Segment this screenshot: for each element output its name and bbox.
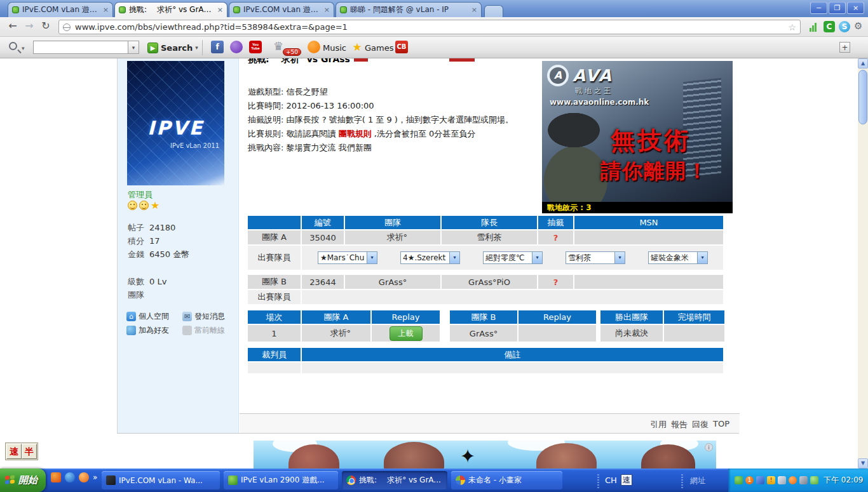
draw-instruction-line: 抽籤說明: 由隊長按 ? 號抽數字( 1 至 9 )，抽到數字大者選陣型或開場。 [248, 114, 513, 126]
scrollbar-thumb[interactable] [858, 70, 867, 124]
referee-row-empty [248, 362, 723, 373]
profile-space-link[interactable]: ⌂ 個人空間 [126, 311, 169, 322]
bookmark-star-icon[interactable]: ☆ [788, 22, 796, 32]
team-a-draw-link[interactable]: ? [538, 230, 573, 244]
player-select-2[interactable]: 4★.Szerekt▾ [400, 251, 460, 264]
avatar-caption: IPvE vLan 2011 [170, 142, 219, 149]
forward-button[interactable]: → [22, 20, 37, 32]
team-b-draw-link[interactable]: ? [538, 275, 573, 289]
search-history-dropdown[interactable]: ▾ [128, 41, 139, 54]
top-link[interactable]: TOP [713, 419, 729, 430]
player-select-5[interactable]: 罐裝金象米▾ [648, 251, 708, 264]
globe-icon [63, 23, 71, 31]
task-button-3-active[interactable]: 挑戰: ゞ求祈° vs GrA... [342, 471, 447, 489]
player-select-3[interactable]: 絕對零度℃▾ [483, 251, 543, 264]
language-bar[interactable]: CH 速 [605, 474, 632, 486]
search-icon[interactable] [9, 42, 17, 50]
music-icon[interactable] [308, 41, 320, 53]
cb-icon[interactable]: CB [395, 41, 408, 53]
add-friend-link[interactable]: 加為好友 [126, 325, 169, 336]
games-star-icon[interactable]: ★ [351, 41, 363, 53]
quick-launch-overflow-icon[interactable]: » [93, 473, 97, 482]
reply-link[interactable]: 回復 [692, 419, 709, 430]
search-dropdown-icon[interactable]: ▾ [22, 45, 25, 51]
tray-icon[interactable] [799, 476, 808, 484]
reload-button[interactable]: ↻ [38, 20, 53, 32]
tray-icon[interactable] [789, 476, 797, 484]
page-scrollbar[interactable]: ▲ ▼ [858, 58, 868, 469]
tab-close-icon[interactable]: × [324, 6, 330, 14]
player-select-1[interactable]: ★Mars˙Chu▾ [318, 251, 377, 264]
ad-info-icon[interactable]: i [705, 443, 713, 451]
c-extension-icon[interactable]: C [824, 21, 835, 32]
wrench-icon[interactable]: ⚙ [854, 20, 862, 32]
quick-launch-icon-3[interactable] [79, 472, 89, 482]
task-button-4[interactable]: 未命名 - 小畫家 [451, 471, 562, 489]
select-arrow-icon[interactable]: ▾ [614, 252, 625, 263]
close-button[interactable]: × [847, 2, 864, 14]
team-b-id: 23644 [302, 275, 344, 289]
tray-shield-icon[interactable]: ! [767, 476, 775, 484]
address-bar: ← → ↻ www.ipve.com/bbs/viewthread.php?ti… [0, 17, 868, 37]
tray-icon[interactable] [735, 476, 743, 484]
ava-ad-banner[interactable]: A AVA 戰地之王 www.avaonline.com.hk 無技術 請你離開… [542, 61, 733, 213]
system-tray: 1 ! 下午 02:09 [728, 469, 868, 492]
purple-app-icon[interactable] [230, 41, 243, 53]
scroll-down-icon[interactable]: ▼ [858, 458, 868, 469]
select-arrow-icon[interactable]: ▾ [449, 252, 459, 263]
browser-tab-2-active[interactable]: 挑戰: ゞ求祈° vs GrAss° - 信長 × [114, 2, 227, 17]
language-label[interactable]: CH [605, 475, 617, 485]
ime-halfwidth-button[interactable]: 半 [22, 444, 37, 459]
restore-button[interactable]: ❐ [829, 2, 846, 14]
toolbar-search-input[interactable] [33, 41, 128, 54]
page-viewport: IPVE IPvE vLan 2011 管理員 ★ 帖子24180 積分17 金… [0, 58, 868, 469]
tab-close-icon[interactable]: × [103, 6, 109, 14]
tray-icon[interactable] [756, 476, 764, 484]
select-arrow-icon[interactable]: ▾ [532, 252, 542, 263]
tray-icon[interactable]: 1 [745, 476, 754, 484]
games-label[interactable]: Games [365, 43, 393, 53]
quote-link[interactable]: 引用 [650, 419, 667, 430]
app-icon [228, 475, 238, 485]
new-tab-button[interactable] [484, 5, 503, 17]
send-message-link[interactable]: ✉ 發短消息 [182, 311, 225, 322]
signal-bars-extension-icon[interactable] [810, 22, 817, 32]
tab-label: IPvE.COM vLan 遊戲平台網 [243, 4, 321, 15]
minimize-button[interactable]: ─ [810, 2, 827, 14]
start-button[interactable]: 開始 [0, 469, 46, 492]
toolbar-add-button[interactable]: + [839, 42, 850, 53]
browser-tab-4[interactable]: 睇睇 - 問題解答 @ vLan - IP × [336, 2, 482, 17]
task-button-2[interactable]: IPvE vLan 2900 遊戲... [224, 471, 338, 489]
upload-replay-button[interactable]: 上載 [390, 326, 423, 341]
player-select-4[interactable]: 雪利茶▾ [566, 251, 625, 264]
quick-launch-icon-1[interactable] [51, 472, 61, 482]
quick-launch-icon-2[interactable] [65, 472, 75, 482]
rules-link[interactable]: 團戰規則 [339, 129, 372, 138]
tab-close-icon[interactable]: × [471, 6, 477, 14]
tray-icon[interactable] [810, 476, 818, 484]
tray-volume-icon[interactable] [778, 476, 786, 484]
avatar-logo-text: IPVE [127, 117, 224, 139]
report-link[interactable]: 報告 [671, 419, 688, 430]
skype-extension-icon[interactable]: S [839, 21, 850, 32]
tab-close-icon[interactable]: × [217, 6, 223, 14]
browser-titlebar: IPvE.COM vLan 遊戲平台網 × 挑戰: ゞ求祈° vs GrAss°… [0, 0, 868, 17]
task-button-1[interactable]: IPvE.COM vLan - Wa... [102, 471, 220, 489]
browser-tab-3[interactable]: IPvE.COM vLan 遊戲平台網 × [229, 2, 334, 17]
youtube-icon[interactable]: YouTube [249, 41, 262, 53]
bottom-ad-banner[interactable]: ✦ i [254, 441, 716, 469]
select-arrow-icon[interactable]: ▾ [697, 252, 707, 263]
select-arrow-icon[interactable]: ▾ [367, 252, 377, 263]
address-toolbar-label[interactable]: 網址 [690, 475, 705, 486]
back-button[interactable]: ← [5, 20, 20, 32]
taskbar-clock[interactable]: 下午 02:09 [824, 475, 863, 486]
search-button[interactable]: ▶ Search ▾ [147, 41, 198, 55]
ime-mode-icon[interactable]: 速 [621, 474, 632, 486]
music-label[interactable]: Music [323, 43, 346, 53]
browser-tab-1[interactable]: IPvE.COM vLan 遊戲平台網 × [8, 2, 113, 17]
scroll-up-icon[interactable]: ▲ [858, 58, 868, 69]
ime-speed-button[interactable]: 速 [6, 444, 22, 459]
url-field[interactable]: www.ipve.com/bbs/viewthread.php?tid=5389… [58, 20, 801, 34]
facebook-icon[interactable]: f [211, 41, 224, 53]
ad-slogan-1: 無技術 [611, 124, 691, 157]
